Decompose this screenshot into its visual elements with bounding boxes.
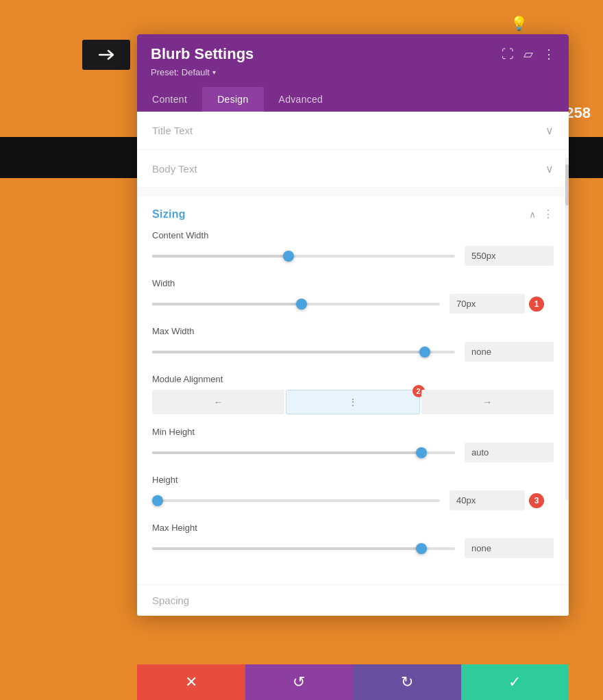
body-text-chevron: ∨ xyxy=(545,162,554,175)
panel-title-row: Blurb Settings ⛶ ▱ ⋮ xyxy=(151,45,555,63)
panel-tabs: Content Design Advanced xyxy=(137,87,569,112)
max-width-control: Max Width xyxy=(152,326,554,362)
max-height-value[interactable] xyxy=(465,538,554,558)
title-text-chevron: ∨ xyxy=(545,124,554,137)
height-value-wrapper: 3 xyxy=(450,490,554,510)
width-thumb[interactable] xyxy=(296,299,307,310)
height-badge: 3 xyxy=(529,493,544,508)
save-button[interactable]: ✓ xyxy=(461,664,569,700)
content-width-label: Content Width xyxy=(152,230,554,240)
sizing-section: Sizing ∧ ⋮ Content Width xyxy=(137,197,569,584)
height-control: Height 3 xyxy=(152,475,554,510)
height-value[interactable] xyxy=(450,490,525,510)
sizing-header: Sizing ∧ ⋮ xyxy=(152,197,554,230)
width-input-row: 1 xyxy=(152,294,554,314)
panel-title: Blurb Settings xyxy=(151,45,254,63)
min-height-thumb[interactable] xyxy=(416,447,427,458)
spacing-section-label[interactable]: Spacing xyxy=(137,584,569,616)
panel-body: Title Text ∨ Body Text ∨ Sizing ∧ ⋮ Cont… xyxy=(137,112,569,616)
max-width-label: Max Width xyxy=(152,326,554,336)
max-width-track xyxy=(152,351,425,353)
blurb-settings-panel: Blurb Settings ⛶ ▱ ⋮ Preset: Default ▾ C… xyxy=(137,34,569,616)
alignment-buttons: ← ⋮ 2 → xyxy=(152,390,554,414)
sizing-header-controls: ∧ ⋮ xyxy=(529,208,554,221)
max-height-slider[interactable] xyxy=(152,547,455,550)
bottom-bar: ✕ ↺ ↻ ✓ xyxy=(137,664,569,700)
scrollbar[interactable] xyxy=(565,158,569,500)
width-badge: 1 xyxy=(529,297,544,312)
cancel-button[interactable]: ✕ xyxy=(137,664,245,700)
tab-content[interactable]: Content xyxy=(137,87,202,112)
content-width-input-row xyxy=(152,246,554,266)
min-height-track xyxy=(152,451,421,454)
align-center-icon: ⋮ xyxy=(348,397,358,408)
width-value[interactable] xyxy=(450,294,525,314)
max-width-slider[interactable] xyxy=(152,351,455,353)
module-alignment-control: Module Alignment ← ⋮ 2 → xyxy=(152,374,554,414)
content-width-slider[interactable] xyxy=(152,255,455,258)
min-height-control: Min Height xyxy=(152,427,554,462)
module-alignment-label: Module Alignment xyxy=(152,374,554,384)
height-input-row: 3 xyxy=(152,490,554,510)
max-height-input-row xyxy=(152,538,554,558)
more-options-icon[interactable]: ⋮ xyxy=(543,47,555,62)
align-right-button[interactable]: → xyxy=(421,390,554,414)
height-slider[interactable] xyxy=(152,499,440,502)
content-width-thumb[interactable] xyxy=(283,251,294,262)
panel-header: Blurb Settings ⛶ ▱ ⋮ Preset: Default ▾ xyxy=(137,34,569,87)
max-width-thumb[interactable] xyxy=(419,347,430,358)
max-height-control: Max Height xyxy=(152,523,554,558)
undo-button[interactable]: ↺ xyxy=(245,664,354,700)
scrollbar-thumb[interactable] xyxy=(565,164,569,205)
module-alignment-input-row: ← ⋮ 2 → xyxy=(152,390,554,414)
max-height-track xyxy=(152,547,421,550)
min-height-value[interactable] xyxy=(465,442,554,462)
panel-header-icons: ⛶ ▱ ⋮ xyxy=(502,47,555,62)
max-width-value[interactable] xyxy=(465,342,554,362)
align-right-icon: → xyxy=(482,397,492,408)
width-track xyxy=(152,303,302,305)
title-text-section[interactable]: Title Text ∨ xyxy=(137,112,569,150)
width-label: Width xyxy=(152,278,554,288)
content-width-track xyxy=(152,255,288,258)
fullscreen-icon[interactable]: ⛶ xyxy=(502,47,514,62)
sizing-collapse-icon[interactable]: ∧ xyxy=(529,209,536,220)
width-value-wrapper: 1 xyxy=(450,294,554,314)
lightbulb-icon: 💡 xyxy=(510,15,528,32)
align-left-button[interactable]: ← xyxy=(152,390,284,414)
content-width-value[interactable] xyxy=(465,246,554,266)
height-label: Height xyxy=(152,475,554,485)
preset-arrow-icon: ▾ xyxy=(212,68,216,76)
min-height-label: Min Height xyxy=(152,427,554,437)
body-text-label: Body Text xyxy=(152,163,197,175)
max-height-label: Max Height xyxy=(152,523,554,533)
width-slider[interactable] xyxy=(152,303,440,305)
tab-advanced[interactable]: Advanced xyxy=(264,87,339,112)
align-center-button[interactable]: ⋮ 2 xyxy=(286,390,419,414)
align-left-icon: ← xyxy=(214,397,223,408)
split-view-icon[interactable]: ▱ xyxy=(524,47,533,62)
tab-design[interactable]: Design xyxy=(202,87,263,112)
sizing-title: Sizing xyxy=(152,208,186,221)
max-height-thumb[interactable] xyxy=(416,543,427,554)
redo-button[interactable]: ↻ xyxy=(353,664,461,700)
content-width-control: Content Width xyxy=(152,230,554,266)
body-text-section[interactable]: Body Text ∨ xyxy=(137,150,569,188)
arrow-right-icon xyxy=(99,49,114,60)
width-control: Width 1 xyxy=(152,278,554,314)
arrow-button[interactable] xyxy=(82,40,130,70)
min-height-slider[interactable] xyxy=(152,451,455,454)
max-width-input-row xyxy=(152,342,554,362)
sizing-more-icon[interactable]: ⋮ xyxy=(543,208,554,221)
height-thumb[interactable] xyxy=(152,495,163,506)
panel-preset[interactable]: Preset: Default ▾ xyxy=(151,67,555,77)
min-height-input-row xyxy=(152,442,554,462)
title-text-label: Title Text xyxy=(152,125,193,136)
